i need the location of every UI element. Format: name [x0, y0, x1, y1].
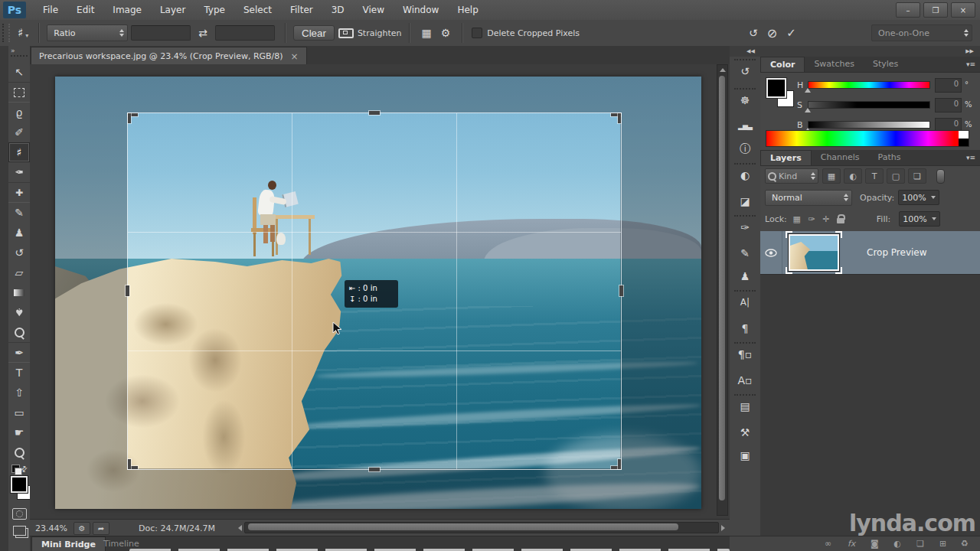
crop-handle-top-left[interactable]	[128, 113, 138, 123]
crop-handle-top-right[interactable]	[128, 123, 138, 133]
layer-style-icon[interactable]: fx	[848, 539, 855, 549]
toolbar-gripper[interactable]	[11, 55, 28, 60]
tool-preset-arrow-icon[interactable]: ▾	[25, 32, 28, 39]
reset-crop-icon[interactable]: ↺	[744, 27, 763, 39]
tab-channels[interactable]: Channels	[812, 150, 869, 165]
filter-shape-icon[interactable]: ▢	[887, 168, 905, 184]
tool-lasso[interactable]: ϱ	[8, 103, 30, 122]
clear-button[interactable]: Clear	[293, 25, 335, 41]
tool-clone-stamp[interactable]: ♟	[8, 223, 30, 243]
panel-adjustments[interactable]: ◐	[730, 161, 760, 190]
hue-value[interactable]: 0	[935, 78, 962, 93]
panel-info[interactable]: ⓘ	[730, 138, 760, 161]
cancel-crop-icon[interactable]: ⊘	[763, 26, 782, 41]
collapse-panels-icon[interactable]: ▶▶	[965, 48, 974, 54]
hue-slider-thumb[interactable]	[805, 88, 811, 93]
scroll-right-icon[interactable]	[721, 525, 725, 531]
tool-history-brush[interactable]: ↺	[8, 243, 30, 262]
brightness-slider[interactable]	[808, 121, 930, 129]
panel-notes[interactable]: ▣	[730, 444, 760, 467]
foreground-color-swatch[interactable]	[11, 476, 28, 493]
crop-handle-right[interactable]	[619, 285, 623, 296]
crop-handle-left[interactable]	[126, 285, 129, 296]
menu-select[interactable]: Select	[234, 0, 281, 20]
lock-paint-icon[interactable]: ✑	[806, 214, 817, 224]
tool-gradient[interactable]	[8, 282, 30, 302]
crop-handle-top[interactable]	[369, 111, 380, 115]
tool-dodge[interactable]	[8, 322, 30, 342]
filter-adjustment-icon[interactable]: ◐	[844, 168, 862, 184]
export-icon[interactable]: ➦	[93, 522, 109, 535]
layer-name[interactable]: Crop Preview	[867, 247, 927, 258]
tool-eraser[interactable]: ▱	[8, 262, 30, 282]
filter-pixel-icon[interactable]: ▦	[822, 168, 841, 184]
crop-tool-icon[interactable]: ♯	[15, 26, 24, 40]
panel-menu-icon[interactable]: ▾≡	[966, 154, 975, 161]
close-button[interactable]: ×	[951, 2, 975, 18]
link-layers-icon[interactable]: ∞	[825, 539, 831, 549]
tool-move[interactable]: ↖	[8, 62, 30, 82]
tab-color[interactable]: Color	[760, 57, 805, 72]
menu-image[interactable]: Image	[103, 0, 151, 20]
panel-paragraph[interactable]: ¶	[730, 317, 760, 340]
close-document-icon[interactable]: ×	[291, 51, 299, 62]
crop-handle-bottom-right[interactable]	[128, 143, 138, 153]
expand-panels-icon[interactable]: ◀◀	[746, 48, 755, 54]
toolbar-collapse-icon[interactable]: »	[8, 46, 30, 55]
menu-help[interactable]: Help	[448, 0, 487, 20]
tool-quick-select[interactable]: ✐	[8, 122, 30, 142]
menu-file[interactable]: File	[34, 0, 67, 20]
delete-cropped-pixels-checkbox[interactable]	[472, 28, 482, 38]
tab-swatches[interactable]: Swatches	[805, 57, 864, 72]
tab-layers[interactable]: Layers	[760, 150, 812, 165]
panel-menu-icon[interactable]: ▾≡	[966, 60, 975, 68]
delete-layer-icon[interactable]: ♻	[961, 539, 969, 549]
menu-window[interactable]: Window	[394, 0, 448, 20]
lock-all-icon[interactable]	[835, 214, 846, 223]
panel-clone-source[interactable]: ♟	[730, 265, 760, 288]
tool-marquee[interactable]	[8, 82, 30, 103]
minimize-button[interactable]: –	[896, 2, 920, 18]
crop-ratio-select[interactable]: Ratio	[47, 24, 128, 41]
horizontal-scroll-thumb[interactable]	[248, 523, 678, 530]
menu-3d[interactable]: 3D	[322, 0, 354, 20]
tool-zoom[interactable]	[8, 442, 30, 462]
tool-eyedropper[interactable]: ✒	[8, 162, 30, 182]
fill-value[interactable]: 100%	[899, 211, 939, 227]
tab-paths[interactable]: Paths	[869, 150, 910, 165]
black-white-swatch[interactable]	[959, 131, 969, 146]
horizontal-scroll-track[interactable]	[244, 522, 719, 533]
menu-edit[interactable]: Edit	[67, 0, 103, 20]
blend-mode-select[interactable]: Normal	[765, 190, 852, 206]
hue-slider[interactable]	[808, 81, 930, 89]
layer-mask-icon[interactable]: ◙	[871, 539, 879, 549]
panel-character-styles[interactable]: ¶▫	[730, 340, 760, 369]
restore-button[interactable]: ❐	[923, 2, 948, 18]
swap-dimensions-icon[interactable]: ⇄	[194, 27, 212, 39]
gears-icon[interactable]: ⚙	[74, 522, 90, 535]
panel-paragraph-styles[interactable]: A▫	[730, 369, 760, 392]
tool-rectangle[interactable]: ▭	[8, 403, 30, 422]
crop-handle-bottom-left[interactable]	[128, 133, 138, 143]
vertical-scroll-thumb[interactable]	[719, 76, 725, 500]
straighten-icon[interactable]	[338, 28, 354, 38]
crop-settings-gear-icon[interactable]: ⚙	[436, 27, 456, 39]
screen-mode-button[interactable]	[8, 522, 30, 539]
panel-brush[interactable]: ✑	[730, 213, 760, 242]
adjustment-layer-icon[interactable]: ◐	[893, 539, 901, 549]
layer-group-icon[interactable]: ❏	[916, 539, 924, 549]
vertical-scrollbar[interactable]	[717, 64, 728, 516]
scroll-left-icon[interactable]	[238, 525, 242, 531]
tool-blur[interactable]: ♠	[8, 302, 30, 322]
straighten-label[interactable]: Straighten	[358, 28, 402, 38]
foreground-color-swatch[interactable]	[766, 78, 786, 98]
tool-pen[interactable]: ✒	[8, 342, 30, 363]
tool-hand[interactable]: ☛	[8, 422, 30, 442]
panel-navigator[interactable]: ☸	[730, 86, 760, 115]
crop-width-input[interactable]	[131, 25, 191, 41]
tool-healing[interactable]: ✚	[8, 182, 30, 203]
panel-character[interactable]: A|	[730, 288, 760, 317]
commit-crop-icon[interactable]: ✓	[782, 26, 801, 40]
panel-styles[interactable]: ◪	[730, 190, 760, 213]
layer-visibility-cell[interactable]	[760, 231, 782, 274]
